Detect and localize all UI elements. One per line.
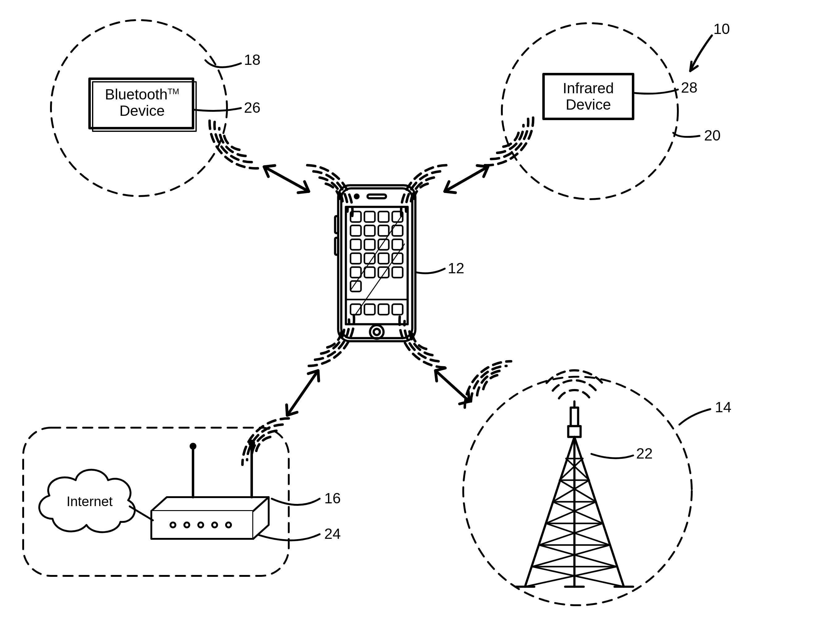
ref-18-leader — [205, 60, 241, 67]
ref-24: 24 — [324, 527, 341, 541]
svg-line-59 — [553, 502, 603, 523]
svg-rect-11 — [335, 238, 338, 255]
ref-14-leader — [679, 409, 710, 424]
svg-line-60 — [546, 502, 596, 523]
bluetooth-text-line2: Device — [120, 102, 165, 119]
ref-10: 10 — [714, 22, 730, 36]
ref-22: 22 — [636, 446, 652, 461]
bluetooth-tm: TM — [168, 87, 179, 96]
svg-line-80 — [436, 370, 469, 401]
svg-line-64 — [532, 545, 609, 567]
ref-16-leader — [272, 499, 320, 505]
ref-10-arrow — [690, 36, 712, 71]
signal-wifi-to-phone — [242, 418, 289, 465]
infrared-device-label: Infrared Device — [548, 80, 628, 113]
svg-rect-40 — [571, 408, 578, 426]
ref-28: 28 — [681, 80, 697, 95]
ref-16: 16 — [324, 491, 341, 506]
svg-rect-5 — [346, 207, 407, 324]
svg-line-63 — [539, 545, 616, 567]
infrared-text-line1: Infrared — [563, 80, 614, 96]
svg-line-77 — [264, 167, 309, 191]
svg-line-62 — [539, 523, 603, 545]
ref-26-leader — [193, 108, 241, 111]
svg-point-74 — [191, 444, 196, 449]
ref-24-leader — [256, 534, 320, 541]
ref-18: 18 — [244, 52, 261, 67]
infrared-text-line2: Device — [566, 96, 611, 113]
ref-12: 12 — [448, 261, 464, 276]
svg-line-65 — [532, 567, 624, 587]
svg-point-7 — [355, 194, 358, 198]
signal-cell-to-phone — [465, 361, 511, 408]
signal-bt-to-phone — [210, 116, 258, 168]
bluetooth-device-label: BluetoothTM Device — [94, 87, 190, 119]
ref-26: 26 — [244, 100, 261, 115]
svg-line-79 — [287, 370, 318, 415]
ref-28-leader — [632, 90, 678, 93]
diagram-stage: BluetoothTM Device Infrared Device Inter… — [0, 0, 840, 629]
svg-rect-42 — [568, 426, 581, 437]
signal-ir-to-phone — [485, 113, 533, 165]
svg-line-61 — [546, 523, 609, 545]
cell-tower — [516, 370, 633, 587]
ref-20: 20 — [704, 128, 720, 143]
bluetooth-text-line1: Bluetooth — [105, 86, 168, 102]
ref-20-leader — [673, 133, 699, 137]
svg-line-78 — [445, 167, 488, 191]
svg-line-66 — [525, 567, 616, 587]
ref-14: 14 — [715, 400, 731, 415]
ref-22-leader — [591, 454, 633, 458]
svg-rect-10 — [335, 216, 338, 233]
router-icon — [151, 441, 269, 539]
internet-label: Internet — [55, 494, 123, 509]
